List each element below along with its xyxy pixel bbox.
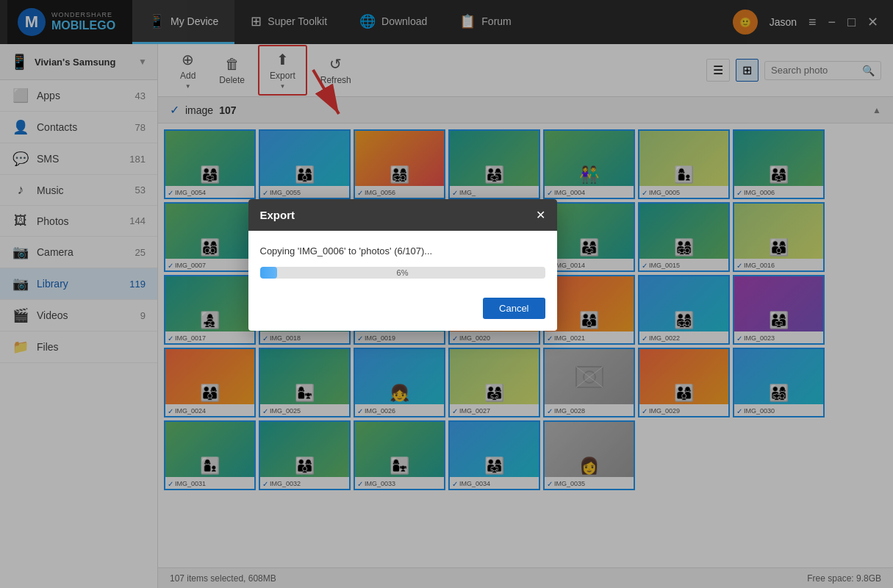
dialog-header: Export ✕ bbox=[248, 199, 557, 231]
cancel-button[interactable]: Cancel bbox=[483, 298, 545, 319]
dialog-close-button[interactable]: ✕ bbox=[536, 208, 545, 222]
dialog-footer: Cancel bbox=[248, 298, 557, 331]
dialog-message: Copying 'IMG_0006' to 'photos' (6/107)..… bbox=[260, 245, 545, 257]
dialog-overlay: Export ✕ Copying 'IMG_0006' to 'photos' … bbox=[0, 0, 893, 588]
dialog-body: Copying 'IMG_0006' to 'photos' (6/107)..… bbox=[248, 231, 557, 298]
progress-track: 6% bbox=[260, 267, 545, 279]
progress-percent: 6% bbox=[260, 267, 545, 279]
dialog-title: Export bbox=[260, 209, 295, 221]
export-dialog: Export ✕ Copying 'IMG_0006' to 'photos' … bbox=[248, 199, 557, 331]
